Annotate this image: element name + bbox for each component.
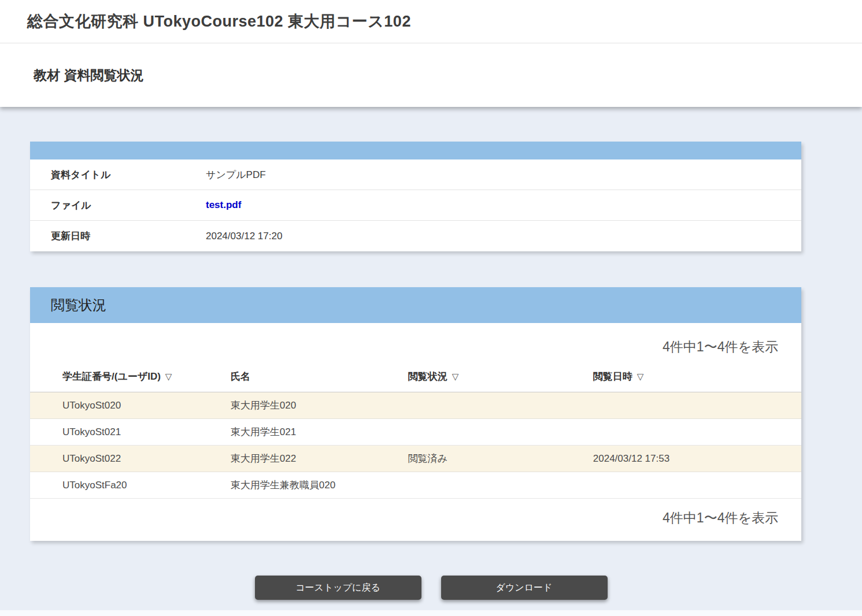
material-title-label: 資料タイトル [30,168,206,181]
pagination-top: 4件中1〜4件を表示 [30,323,801,357]
file-link[interactable]: test.pdf [206,199,241,211]
table-header-row: 学生証番号/(ユーザID)▽ 氏名 閲覧状況▽ 閲覧日時▽ [30,357,801,392]
material-title-value: サンプルPDF [206,168,266,181]
cell-view-datetime [593,472,801,499]
bottom-strip [0,610,862,616]
column-header-view-status: 閲覧状況▽ [408,357,593,392]
material-info-panel: 資料タイトル サンプルPDF ファイル test.pdf 更新日時 2024/0… [30,142,801,251]
cell-user-id: UTokyoSt022 [30,446,231,472]
cell-view-status [408,472,593,499]
pagination-bottom: 4件中1〜4件を表示 [30,499,801,541]
sort-icon[interactable]: ▽ [637,372,644,381]
column-header-view-datetime: 閲覧日時▽ [593,357,801,392]
download-button[interactable]: ダウンロード [441,576,608,600]
cell-name: 東大用学生020 [231,392,408,419]
course-title-row: 総合文化研究科 UTokyoCourse102 東大用コース102 [0,0,862,43]
table-row: UTokyoSt022 東大用学生022 閲覧済み 2024/03/12 17:… [30,446,801,472]
cell-name: 東大用学生兼教職員020 [231,472,408,499]
course-title: 総合文化研究科 UTokyoCourse102 東大用コース102 [27,11,411,32]
cell-view-datetime: 2024/03/12 17:53 [593,446,801,472]
info-row-material-title: 資料タイトル サンプルPDF [30,159,801,190]
cell-name: 東大用学生022 [231,446,408,472]
cell-view-status: 閲覧済み [408,446,593,472]
cell-user-id: UTokyoSt021 [30,419,231,446]
updated-label: 更新日時 [30,229,206,243]
viewing-status-panel-header: 閲覧状況 [30,287,801,323]
cell-view-datetime [593,419,801,446]
actions-row: コーストップに戻る ダウンロード [0,576,862,600]
table-row: UTokyoSt020 東大用学生020 [30,392,801,419]
info-row-updated: 更新日時 2024/03/12 17:20 [30,221,801,251]
column-header-user-id: 学生証番号/(ユーザID)▽ [30,357,231,392]
material-info-panel-header [30,142,801,159]
page-header: 総合文化研究科 UTokyoCourse102 東大用コース102 教材 資料閲… [0,0,862,107]
cell-view-datetime [593,392,801,419]
section-title: 閲覧状況 [51,296,106,314]
table-row: UTokyoStFa20 東大用学生兼教職員020 [30,472,801,499]
info-row-file: ファイル test.pdf [30,190,801,221]
cell-name: 東大用学生021 [231,419,408,446]
cell-user-id: UTokyoStFa20 [30,472,231,499]
page-title: 教材 資料閲覧状況 [34,66,143,84]
cell-view-status [408,419,593,446]
sort-icon[interactable]: ▽ [452,372,459,381]
column-header-name: 氏名 [231,357,408,392]
back-to-course-top-button[interactable]: コーストップに戻る [255,576,421,600]
cell-user-id: UTokyoSt020 [30,392,231,419]
page-title-row: 教材 資料閲覧状況 [0,43,862,107]
viewing-status-table: 学生証番号/(ユーザID)▽ 氏名 閲覧状況▽ 閲覧日時▽ UTokyoSt02… [30,357,801,499]
sort-icon[interactable]: ▽ [165,372,172,381]
updated-value: 2024/03/12 17:20 [206,231,282,242]
table-row: UTokyoSt021 東大用学生021 [30,419,801,446]
file-label: ファイル [30,199,206,212]
cell-view-status [408,392,593,419]
viewing-status-panel: 閲覧状況 4件中1〜4件を表示 学生証番号/(ユーザID)▽ 氏名 閲覧状況▽ … [30,287,801,541]
